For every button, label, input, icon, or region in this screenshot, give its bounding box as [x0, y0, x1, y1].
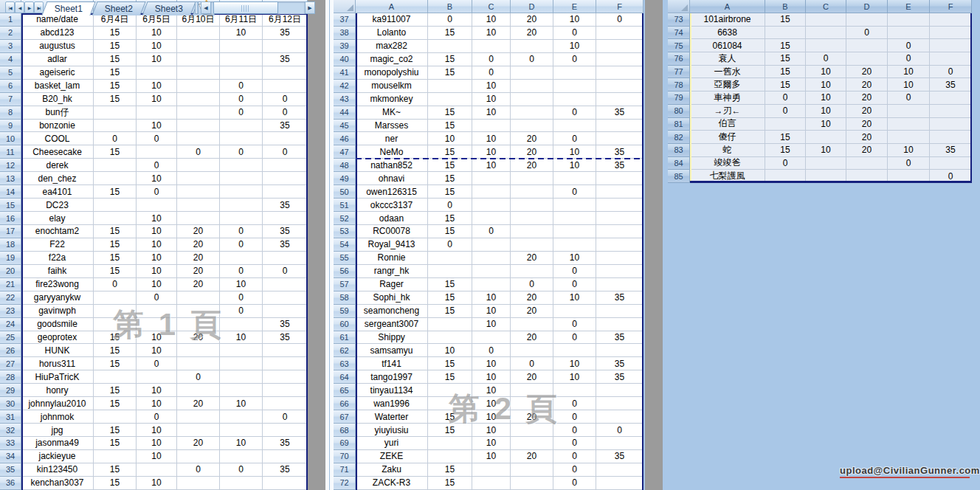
- row-header-82[interactable]: 82: [668, 131, 690, 144]
- cell-B18[interactable]: 15: [94, 238, 137, 252]
- cell-C40[interactable]: 0: [472, 53, 511, 66]
- cell-C68[interactable]: 10: [472, 424, 511, 437]
- cell-B6[interactable]: 15: [94, 80, 137, 93]
- cell-D51[interactable]: [511, 199, 553, 212]
- cell-B61[interactable]: [428, 331, 472, 345]
- cell-C52[interactable]: [472, 212, 511, 225]
- cell-D21[interactable]: 20: [177, 278, 220, 291]
- horizontal-scrollbar[interactable]: ◀ ▶: [201, 1, 315, 14]
- row-header-34[interactable]: 34: [0, 450, 21, 463]
- cell-A26[interactable]: HUNK: [21, 344, 94, 357]
- cell-F70[interactable]: 35: [596, 450, 643, 463]
- cell-E57[interactable]: 0: [553, 278, 596, 291]
- cell-E84[interactable]: 0: [888, 157, 930, 170]
- cell-B23[interactable]: [94, 305, 137, 318]
- cell-E33[interactable]: 10: [220, 437, 263, 450]
- row-header-84[interactable]: 84: [668, 157, 690, 170]
- cell-D23[interactable]: [177, 305, 220, 318]
- cell-A76[interactable]: 衰人: [690, 52, 765, 66]
- cell-A57[interactable]: Rager: [356, 278, 428, 291]
- cell-F75[interactable]: [930, 39, 972, 52]
- row-header-21[interactable]: 21: [0, 278, 21, 291]
- cell-D84[interactable]: [846, 157, 888, 170]
- cell-B47[interactable]: 15: [428, 145, 472, 159]
- cell-A49[interactable]: ohnavi: [356, 172, 428, 185]
- cell-C51[interactable]: [472, 199, 511, 212]
- row-header-49[interactable]: 49: [334, 172, 356, 185]
- row-header-76[interactable]: 76: [668, 52, 690, 66]
- tab-sheet1[interactable]: Sheet1: [41, 1, 95, 15]
- scroll-left-icon[interactable]: ◀: [201, 1, 211, 14]
- cell-C35[interactable]: [137, 463, 177, 477]
- cell-C45[interactable]: [472, 120, 511, 133]
- cell-F4[interactable]: 35: [263, 53, 308, 66]
- select-all-corner[interactable]: [334, 0, 356, 13]
- cell-F40[interactable]: [596, 53, 643, 66]
- cell-F38[interactable]: [596, 27, 643, 40]
- cell-C22[interactable]: 0: [137, 291, 177, 305]
- cell-F27[interactable]: [263, 357, 308, 370]
- cell-E13[interactable]: [220, 172, 263, 185]
- cell-A44[interactable]: MK~: [356, 106, 428, 120]
- cell-C81[interactable]: 10: [806, 118, 846, 131]
- cell-D74[interactable]: 0: [846, 27, 888, 40]
- cell-D62[interactable]: [511, 344, 553, 357]
- column-header-B[interactable]: B: [428, 0, 472, 13]
- cell-D52[interactable]: [511, 212, 553, 225]
- row-header-41[interactable]: 41: [334, 66, 356, 80]
- cell-F72[interactable]: [596, 477, 643, 490]
- cell-D36[interactable]: [177, 477, 220, 490]
- cell-D68[interactable]: [511, 424, 553, 437]
- cell-F79[interactable]: [930, 92, 972, 105]
- cell-D42[interactable]: [511, 80, 553, 93]
- column-header-D[interactable]: D: [511, 0, 553, 13]
- cell-E3[interactable]: [220, 40, 263, 53]
- cell-C5[interactable]: [137, 66, 177, 80]
- cell-E6[interactable]: 0: [220, 80, 263, 93]
- cell-D24[interactable]: [177, 318, 220, 331]
- cell-E24[interactable]: [220, 318, 263, 331]
- cell-E67[interactable]: 0: [553, 410, 596, 424]
- cell-A17[interactable]: enochtam2: [21, 225, 94, 238]
- row-header-72[interactable]: 72: [334, 477, 356, 490]
- cell-B65[interactable]: [428, 384, 472, 397]
- cell-B26[interactable]: 15: [94, 344, 137, 357]
- cell-B36[interactable]: 15: [94, 477, 137, 490]
- row-header-13[interactable]: 13: [0, 172, 21, 185]
- cell-B81[interactable]: [765, 118, 806, 131]
- row-header-81[interactable]: 81: [668, 118, 690, 131]
- cell-A32[interactable]: jpg: [21, 424, 94, 437]
- cell-F14[interactable]: [263, 185, 308, 199]
- cell-E41[interactable]: [553, 66, 596, 80]
- cell-E5[interactable]: [220, 66, 263, 80]
- cell-B16[interactable]: [94, 212, 137, 225]
- cell-A12[interactable]: derek: [21, 159, 94, 172]
- cell-F26[interactable]: [263, 344, 308, 357]
- row-header-35[interactable]: 35: [0, 463, 21, 477]
- row-header-14[interactable]: 14: [0, 185, 21, 199]
- cell-A73[interactable]: 101airbrone: [690, 13, 765, 27]
- cell-E10[interactable]: [220, 132, 263, 145]
- cell-A2[interactable]: abcd123: [21, 27, 94, 40]
- cell-A75[interactable]: 061084: [690, 39, 765, 52]
- cell-F9[interactable]: 35: [263, 120, 308, 133]
- cell-F5[interactable]: [263, 66, 308, 80]
- row-header-36[interactable]: 36: [0, 477, 21, 490]
- cell-F77[interactable]: 0: [930, 66, 972, 79]
- cell-E48[interactable]: 10: [553, 159, 596, 172]
- cell-F45[interactable]: [596, 120, 643, 133]
- row-header-64[interactable]: 64: [334, 370, 356, 384]
- cell-D3[interactable]: [177, 40, 220, 53]
- cell-D58[interactable]: 20: [511, 291, 553, 305]
- cell-B73[interactable]: 15: [765, 13, 806, 27]
- cell-F55[interactable]: [596, 252, 643, 265]
- cell-F69[interactable]: [596, 437, 643, 450]
- cell-A83[interactable]: 蛇: [690, 144, 765, 157]
- cell-B71[interactable]: 15: [428, 463, 472, 477]
- cell-D17[interactable]: 20: [177, 225, 220, 238]
- row-header-16[interactable]: 16: [0, 212, 21, 225]
- cell-A19[interactable]: f22a: [21, 252, 94, 265]
- row-header-43[interactable]: 43: [334, 93, 356, 106]
- cell-E40[interactable]: 0: [553, 53, 596, 66]
- cell-D20[interactable]: 20: [177, 265, 220, 278]
